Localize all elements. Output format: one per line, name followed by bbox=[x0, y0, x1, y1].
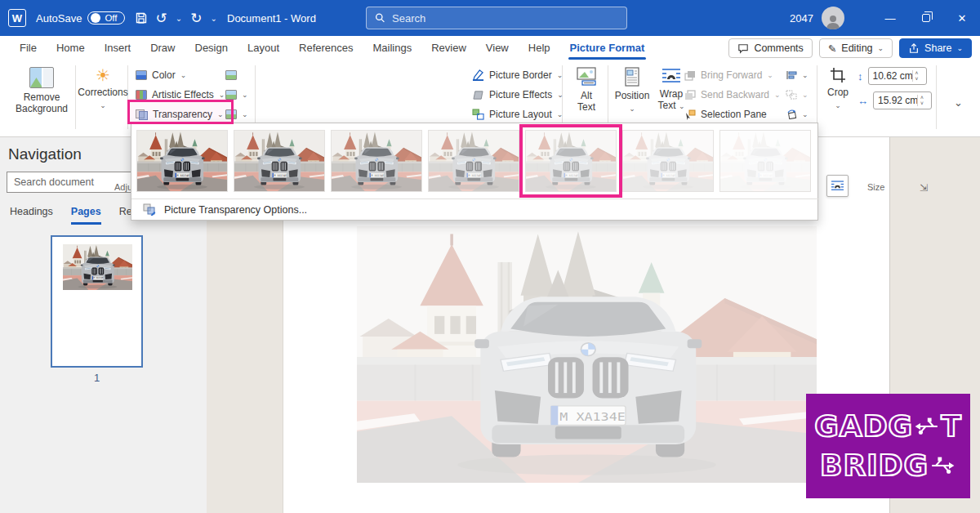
close-button[interactable]: ✕ bbox=[944, 0, 980, 36]
word-application-window: W AutoSave Off ↺ ⌄ ↻ ⌄ Document1 - Word bbox=[0, 0, 980, 513]
picture-transparency-options-label: Picture Transparency Options... bbox=[164, 204, 307, 216]
ribbon-tab-row: FileHomeInsertDrawDesignLayoutReferences… bbox=[0, 36, 980, 60]
account-avatar[interactable] bbox=[822, 7, 844, 29]
height-spinner[interactable]: ˄˅ bbox=[912, 70, 921, 82]
editing-label: Editing bbox=[841, 42, 872, 54]
transparency-preset-65pct[interactable] bbox=[525, 130, 617, 192]
tab-view[interactable]: View bbox=[476, 36, 519, 60]
remove-background-button[interactable]: Remove Background bbox=[13, 67, 70, 114]
rotate-objects-button[interactable]: ⌄ bbox=[786, 106, 808, 123]
usb-icon bbox=[929, 453, 956, 478]
selection-pane-icon bbox=[684, 109, 696, 120]
picture-layout-icon bbox=[472, 109, 484, 120]
transparency-preset-15pct[interactable] bbox=[234, 130, 325, 192]
autosave-control[interactable]: AutoSave Off bbox=[36, 11, 125, 25]
transparency-preset-95pct[interactable] bbox=[719, 130, 811, 192]
tab-help[interactable]: Help bbox=[519, 36, 560, 60]
page-1-thumbnail[interactable] bbox=[51, 235, 143, 368]
compress-pictures-button[interactable] bbox=[225, 67, 237, 83]
picture-border-icon bbox=[472, 69, 484, 81]
word-app-icon[interactable]: W bbox=[8, 9, 26, 27]
tab-draw[interactable]: Draw bbox=[140, 36, 185, 60]
comments-label: Comments bbox=[754, 42, 803, 54]
size-dialog-launcher[interactable]: ⇲ bbox=[920, 182, 928, 194]
picture-transparency-options-item[interactable]: Picture Transparency Options... bbox=[143, 203, 307, 216]
autosave-label: AutoSave bbox=[36, 12, 82, 25]
menu-separator bbox=[131, 199, 819, 199]
nav-tab-headings[interactable]: Headings bbox=[10, 206, 53, 225]
toolbar-more-chevron-icon[interactable]: ⌄ bbox=[210, 14, 216, 23]
height-input[interactable] bbox=[873, 70, 912, 82]
crop-button[interactable]: Crop ⌄ bbox=[823, 67, 853, 109]
search-input[interactable] bbox=[392, 12, 618, 25]
autosave-state: Off bbox=[105, 13, 117, 23]
shape-height-control[interactable]: ↕ ˄˅ bbox=[858, 68, 927, 84]
share-chevron-icon: ⌄ bbox=[956, 44, 963, 52]
crop-label: Crop bbox=[827, 87, 849, 98]
position-button[interactable]: Position ⌄ bbox=[614, 67, 650, 113]
transparency-preset-0pct[interactable] bbox=[136, 130, 228, 192]
editing-mode-button[interactable]: ✎ Editing ⌄ bbox=[819, 38, 893, 58]
remove-background-icon bbox=[29, 67, 54, 88]
title-bar: W AutoSave Off ↺ ⌄ ↻ ⌄ Document1 - Word bbox=[0, 0, 980, 36]
transparency-dropdown-menu: Picture Transparency Options... bbox=[131, 123, 818, 221]
annotation-box-transparency-button bbox=[127, 100, 234, 124]
position-chevron-icon: ⌄ bbox=[629, 105, 635, 113]
tab-file[interactable]: File bbox=[10, 36, 47, 60]
account-label[interactable]: 2047 bbox=[790, 12, 813, 25]
person-icon bbox=[824, 13, 842, 29]
send-backward-label: Send Backward bbox=[701, 89, 769, 100]
tab-review[interactable]: Review bbox=[421, 36, 476, 60]
corrections-button[interactable]: ☀ Corrections ⌄ bbox=[82, 67, 124, 109]
collapse-ribbon-chevron-icon[interactable]: ⌄ bbox=[954, 96, 963, 109]
bring-forward-label: Bring Forward bbox=[701, 69, 762, 81]
wrap-text-label-2: Text bbox=[658, 100, 676, 111]
bring-forward-icon bbox=[684, 70, 696, 81]
tab-mailings[interactable]: Mailings bbox=[363, 36, 422, 60]
picture-effects-button[interactable]: Picture Effects ⌄ bbox=[472, 87, 564, 103]
share-icon bbox=[908, 43, 920, 54]
redo-icon[interactable]: ↻ bbox=[190, 10, 202, 27]
width-input[interactable] bbox=[878, 95, 917, 106]
undo-chevron-icon[interactable]: ⌄ bbox=[176, 14, 182, 23]
transparency-preset-80pct[interactable] bbox=[622, 130, 714, 192]
selection-pane-label: Selection Pane bbox=[701, 109, 767, 120]
alt-text-button[interactable]: AltText bbox=[568, 67, 604, 113]
layout-options-button[interactable] bbox=[826, 175, 849, 197]
align-objects-button[interactable]: ⌄ bbox=[786, 67, 808, 83]
tab-layout[interactable]: Layout bbox=[238, 36, 289, 60]
width-spinner[interactable]: ˄˅ bbox=[917, 95, 926, 106]
align-icon bbox=[786, 70, 797, 80]
picture-border-button[interactable]: Picture Border ⌄ bbox=[472, 67, 563, 83]
minimize-button[interactable]: — bbox=[872, 0, 908, 36]
tab-design[interactable]: Design bbox=[185, 36, 238, 60]
search-box[interactable] bbox=[366, 7, 627, 29]
color-label: Color bbox=[152, 69, 176, 81]
group-icon bbox=[786, 90, 797, 100]
wrap-text-label-1: Wrap bbox=[660, 88, 683, 100]
selection-pane-button[interactable]: Selection Pane bbox=[684, 106, 767, 123]
picture-layout-button[interactable]: Picture Layout ⌄ bbox=[472, 106, 563, 123]
transparency-preset-50pct[interactable] bbox=[428, 130, 519, 192]
autosave-toggle[interactable]: Off bbox=[87, 11, 124, 25]
change-picture-icon bbox=[225, 90, 237, 100]
transparency-preset-30pct[interactable] bbox=[331, 130, 422, 192]
document-picture[interactable] bbox=[357, 226, 817, 483]
restore-button[interactable] bbox=[908, 0, 944, 36]
nav-tab-pages[interactable]: Pages bbox=[71, 206, 101, 225]
save-icon[interactable] bbox=[135, 11, 148, 25]
undo-icon[interactable]: ↺ bbox=[156, 10, 167, 27]
tab-references[interactable]: References bbox=[289, 36, 363, 60]
artistic-effects-icon bbox=[136, 90, 147, 100]
tab-picture-format[interactable]: Picture Format bbox=[560, 36, 655, 60]
picture-border-chevron-icon: ⌄ bbox=[557, 71, 564, 79]
tab-home[interactable]: Home bbox=[47, 36, 95, 60]
comments-button[interactable]: Comments bbox=[728, 38, 812, 58]
alt-text-icon bbox=[576, 67, 597, 87]
search-icon bbox=[375, 12, 385, 24]
corrections-sun-icon: ☀ bbox=[96, 67, 110, 83]
share-button[interactable]: Share ⌄ bbox=[899, 38, 972, 58]
tab-insert[interactable]: Insert bbox=[95, 36, 141, 60]
color-button[interactable]: Color ⌄ bbox=[136, 67, 186, 83]
shape-width-control[interactable]: ↔ ˄˅ bbox=[858, 92, 932, 109]
